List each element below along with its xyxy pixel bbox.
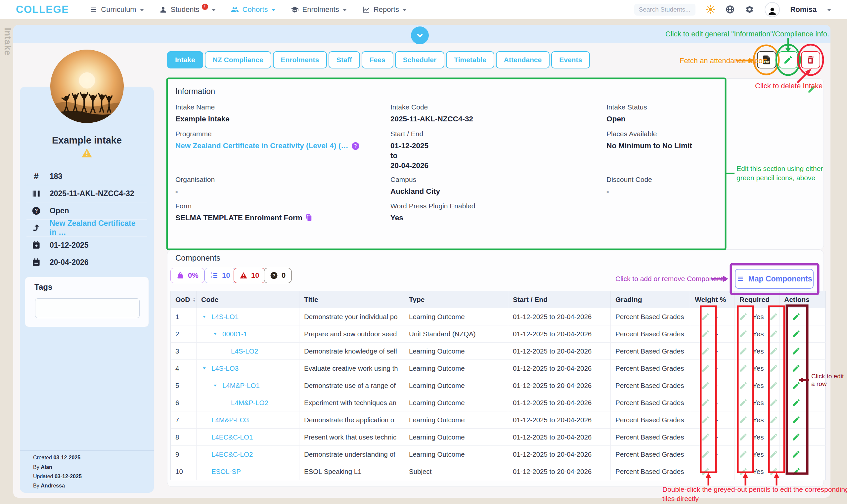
edit-weight-pencil-icon[interactable] [701,398,710,407]
menu-cohorts[interactable]: Cohorts [231,5,276,14]
edit-weight-pencil-icon[interactable] [701,381,710,390]
header-required[interactable]: Required [735,291,779,308]
edit-weight-pencil-icon[interactable] [701,329,710,338]
code-link[interactable]: L4S-LO1 [196,308,299,325]
edit-tile-pencil-icon[interactable] [769,364,778,373]
header-title[interactable]: Title [299,291,404,308]
edit-tile-pencil-icon[interactable] [769,415,778,424]
code-link[interactable]: ESOL-SP [196,463,299,480]
edit-tile-pencil-icon[interactable] [769,433,778,442]
edit-row-button[interactable] [792,398,801,407]
menu-curriculum[interactable]: Curriculum [89,5,144,14]
edit-tile-pencil-icon[interactable] [769,312,778,321]
tab-timetable[interactable]: Timetable [446,51,494,69]
edit-tile-pencil-icon[interactable] [769,329,778,338]
edit-required-pencil-icon[interactable] [739,364,748,373]
tags-input[interactable] [35,298,140,318]
header-weight[interactable]: Weight % [690,291,735,308]
brand-logo[interactable]: COLLEGE [16,4,69,16]
code-link[interactable]: L4M&P-LO3 [196,411,299,428]
help-badge-icon[interactable]: ? [352,142,359,150]
edit-weight-pencil-icon[interactable] [701,433,710,442]
edit-required-pencil-icon[interactable] [739,415,748,424]
caret-down-icon[interactable] [201,314,207,320]
tab-enrolments[interactable]: Enrolments [273,51,327,69]
table-header: OoD▲▼ Code Title Type Start / End Gradin… [171,291,825,308]
unknown-stat-chip[interactable]: 0 [264,268,292,283]
edit-required-pencil-icon[interactable] [739,329,748,338]
attendance-report-pdf-button[interactable]: PDF [757,51,776,69]
weight-stat-chip[interactable]: 0% [171,268,205,283]
tab-intake[interactable]: Intake [167,51,203,69]
header-code[interactable]: Code [196,291,299,308]
tab-nz-compliance[interactable]: NZ Compliance [205,51,271,69]
caret-down-icon[interactable] [212,331,218,337]
edit-weight-pencil-icon[interactable] [701,364,710,373]
header-ood[interactable]: OoD▲▼ [171,291,196,308]
edit-tile-pencil-icon[interactable] [769,467,778,476]
menu-reports[interactable]: Reports [362,5,407,14]
programme-link-item[interactable]: New Zealand Certificate in … [32,219,144,236]
edit-row-button[interactable] [792,364,801,373]
edit-required-pencil-icon[interactable] [739,398,748,407]
code-link[interactable]: L4S-LO2 [196,343,299,359]
edit-weight-pencil-icon[interactable] [701,346,710,356]
search-input[interactable] [634,4,695,16]
edit-required-pencil-icon[interactable] [739,312,748,321]
warning-stat-chip[interactable]: 10 [234,268,265,283]
user-name[interactable]: Romisa [790,5,816,14]
chevron-down-icon[interactable] [827,9,831,11]
edit-row-button[interactable] [792,433,801,442]
header-grading[interactable]: Grading [611,291,690,308]
map-components-button[interactable]: Map Components [735,269,814,289]
menu-enrolments[interactable]: Enrolments [291,5,347,14]
edit-weight-pencil-icon[interactable] [701,415,710,424]
edit-row-button[interactable] [792,450,801,459]
gear-icon[interactable] [745,5,754,14]
collapse-button[interactable] [411,26,429,44]
edit-row-button[interactable] [792,312,801,321]
code-link[interactable]: L4M&P-LO1 [196,377,299,394]
user-avatar[interactable] [765,2,780,17]
code-link[interactable]: L4M&P-LO2 [196,394,299,411]
edit-row-button[interactable] [792,415,801,424]
edit-row-button[interactable] [792,346,801,356]
header-type[interactable]: Type [404,291,508,308]
menu-students[interactable]: Students ! [159,5,216,14]
code-link[interactable]: 00001-1 [196,325,299,342]
edit-required-pencil-icon[interactable] [739,450,748,459]
edit-weight-pencil-icon[interactable] [701,450,710,459]
sun-theme-icon[interactable] [706,5,715,14]
tab-fees[interactable]: Fees [361,51,393,69]
edit-information-pencil-icon[interactable] [807,85,816,94]
edit-required-pencil-icon[interactable] [739,433,748,442]
delete-intake-button[interactable] [801,51,820,69]
edit-tile-pencil-icon[interactable] [769,398,778,407]
edit-weight-pencil-icon[interactable] [701,312,710,321]
edit-row-button[interactable] [792,467,801,476]
edit-required-pencil-icon[interactable] [739,467,748,476]
globe-icon[interactable] [726,5,735,14]
tab-events[interactable]: Events [551,51,590,69]
caret-down-icon[interactable] [201,365,207,371]
code-link[interactable]: L4S-LO3 [196,360,299,377]
count-stat-chip[interactable]: 10 [205,268,236,283]
code-link[interactable]: L4EC&C-LO2 [196,446,299,463]
tab-staff[interactable]: Staff [329,51,360,69]
edit-tile-pencil-icon[interactable] [769,346,778,356]
edit-intake-button[interactable] [778,51,798,69]
tab-scheduler[interactable]: Scheduler [395,51,445,69]
edit-tile-pencil-icon[interactable] [769,450,778,459]
header-start-end[interactable]: Start / End [508,291,611,308]
edit-row-button[interactable] [792,381,801,390]
code-link[interactable]: L4EC&C-LO1 [196,429,299,446]
edit-required-pencil-icon[interactable] [739,381,748,390]
caret-down-icon[interactable] [212,383,218,388]
edit-tile-pencil-icon[interactable] [769,381,778,390]
copy-icon[interactable] [305,214,312,221]
tab-attendance[interactable]: Attendance [496,51,550,69]
edit-weight-pencil-icon[interactable] [701,467,710,476]
edit-required-pencil-icon[interactable] [739,346,748,356]
programme-link[interactable]: New Zealand Certificate in Creativity (L… [175,141,348,151]
edit-row-button[interactable] [792,329,801,338]
